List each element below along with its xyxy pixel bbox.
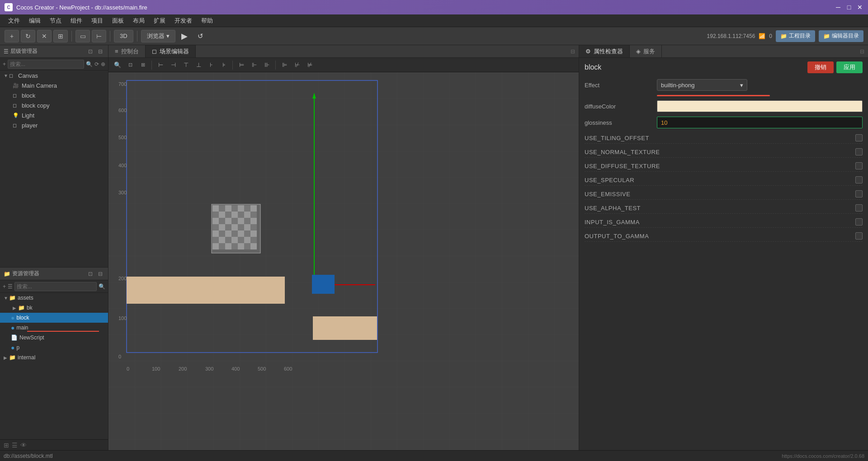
align-right-button[interactable]: ⊤ [180, 60, 191, 71]
browser-button[interactable]: 浏览器 ▾ [141, 30, 175, 42]
scene-viewport[interactable]: 使用鼠标右键平移视窗焦点，使用滚轮缩放视图 [108, 72, 579, 450]
tab-console[interactable]: ≡ 控制台 [108, 45, 146, 57]
zoom-in-button[interactable]: ⊞ [137, 60, 148, 71]
scale-tool-button[interactable]: ⊞ [53, 30, 68, 42]
tree-item-main-camera[interactable]: 🎥 Main Camera [0, 80, 108, 90]
project-dir-button[interactable]: 📁 工程目录 [776, 30, 815, 42]
list-icon[interactable]: ☰ [12, 442, 18, 449]
internal-label: internal [18, 354, 35, 361]
tree-item-block[interactable]: ◻ block [0, 90, 108, 100]
transform-button-2[interactable]: ⊢ [92, 30, 106, 42]
tab-properties[interactable]: ⚙ 属性检查器 [579, 45, 630, 57]
scene-extra-1[interactable]: ⊫ [279, 60, 290, 71]
asset-item-block[interactable]: ● block [0, 313, 108, 323]
tree-item-canvas[interactable]: ▼ ◻ Canvas [0, 71, 108, 80]
assets-action-1[interactable]: ⊡ [86, 270, 94, 278]
assets-search-icon[interactable]: 🔍 [99, 283, 105, 290]
checkbox-use_tiling_offset[interactable] [855, 134, 863, 141]
menu-item-文件[interactable]: 文件 [4, 15, 24, 27]
minimize-button[interactable]: ─ [835, 4, 842, 11]
tab-close-icon[interactable]: ⊟ [571, 48, 575, 55]
hierarchy-search-input[interactable] [8, 60, 84, 69]
checkbox-use_diffuse_texture[interactable] [855, 162, 863, 169]
hierarchy-title: ☰ 层级管理器 [4, 47, 84, 55]
tab-scene[interactable]: ◻ 场景编辑器 [146, 45, 196, 57]
add-node-icon[interactable]: + [3, 61, 6, 67]
align-left-button[interactable]: ⊢ [155, 60, 166, 71]
svg-rect-12 [219, 205, 225, 212]
align-middle-button[interactable]: ⊦ [206, 60, 217, 71]
hierarchy-action-1[interactable]: ⊡ [86, 47, 94, 56]
camera-icon: 🎥 [13, 83, 20, 89]
menu-item-组件[interactable]: 组件 [66, 15, 87, 27]
maximize-button[interactable]: □ [845, 4, 853, 11]
assets-sort-icon[interactable]: ☰ [8, 283, 13, 290]
svg-rect-14 [231, 205, 238, 212]
transform-button-1[interactable]: ▭ [75, 30, 90, 42]
right-tab-actions: ⊟ [860, 45, 868, 57]
asset-item-bk[interactable]: ▶ 📁 bk [0, 303, 108, 313]
menu-item-编辑[interactable]: 编辑 [24, 15, 45, 27]
zoom-out-button[interactable]: 🔍 [112, 60, 123, 71]
grid-icon[interactable]: ⊞ [4, 442, 9, 449]
tab-services[interactable]: ◈ 服务 [630, 45, 662, 57]
svg-rect-22 [238, 212, 244, 218]
mode-3d-button[interactable]: 3D [114, 30, 133, 42]
asset-item-main[interactable]: ● main [0, 323, 108, 333]
distribute-v-button[interactable]: ⊩ [249, 60, 259, 71]
menu-item-布局[interactable]: 布局 [128, 15, 149, 27]
asset-item-p[interactable]: ● p [0, 343, 108, 353]
main-layout: ☰ 层级管理器 ⊡ ⊟ + 🔍 ⟳ ⊕ ▼ ◻ Canvas [0, 45, 868, 450]
assets-search-input[interactable] [14, 282, 97, 291]
menu-item-面板[interactable]: 面板 [108, 15, 128, 27]
checkbox-output_to_gamma[interactable] [855, 232, 863, 240]
asset-item-internal[interactable]: ▶ 📁 internal [0, 353, 108, 362]
add-button[interactable]: + [5, 30, 19, 42]
tree-item-block-copy[interactable]: ◻ block copy [0, 100, 108, 110]
menubar: 文件编辑节点组件项目面板布局扩展开发者帮助 [0, 14, 868, 27]
zoom-fit-button[interactable]: ⊡ [125, 60, 136, 71]
close-button[interactable]: ✕ [856, 4, 863, 11]
glossiness-input[interactable] [657, 117, 863, 128]
hierarchy-settings-icon[interactable]: ⊕ [101, 61, 105, 67]
effect-select[interactable]: builtin-phong ▾ [657, 79, 747, 91]
checkbox-use_emissive[interactable] [855, 190, 863, 198]
refresh-button[interactable]: ↻ [21, 30, 35, 42]
assets-add-icon[interactable]: + [3, 283, 6, 290]
asset-item-newscript[interactable]: 📄 NewScript [0, 333, 108, 343]
asset-item-assets[interactable]: ▼ 📁 assets [0, 293, 108, 303]
menu-item-开发者[interactable]: 开发者 [170, 15, 197, 27]
apply-button[interactable]: 应用 [836, 61, 863, 73]
scene-extra-2[interactable]: ⊬ [292, 60, 302, 71]
search-icon[interactable]: 🔍 [86, 61, 93, 67]
eye-icon[interactable]: 👁 [20, 442, 27, 449]
tree-item-player[interactable]: ◻ player [0, 120, 108, 130]
editor-dir-button[interactable]: 📁 编辑器目录 [819, 30, 863, 42]
menu-item-项目[interactable]: 项目 [87, 15, 108, 27]
diffuse-color-swatch[interactable] [657, 100, 863, 112]
distribute-h-button[interactable]: ⊨ [236, 60, 247, 71]
hierarchy-action-2[interactable]: ⊟ [96, 47, 104, 56]
tree-item-light[interactable]: 💡 Light [0, 110, 108, 120]
menu-item-帮助[interactable]: 帮助 [197, 15, 217, 27]
diffuse-color-value[interactable] [657, 100, 863, 112]
scene-extra-3[interactable]: ⊭ [304, 60, 315, 71]
inspector-collapse-icon[interactable]: ⊟ [860, 48, 864, 55]
bottom-icons: ⊞ ☰ 👁 [4, 442, 27, 449]
checkbox-use_alpha_test[interactable] [855, 204, 863, 212]
align-center-button[interactable]: ⊣ [168, 60, 179, 71]
menu-item-扩展[interactable]: 扩展 [149, 15, 170, 27]
checkbox-input_is_gamma[interactable] [855, 218, 863, 226]
cancel-button[interactable]: 撤销 [807, 61, 834, 73]
play-button[interactable]: ▶ [177, 30, 192, 42]
align-bottom-button[interactable]: ⊧ [218, 60, 229, 71]
assets-action-2[interactable]: ⊟ [96, 270, 104, 278]
move-tool-button[interactable]: ✕ [37, 30, 52, 42]
hierarchy-filter-icon[interactable]: ⟳ [94, 61, 99, 67]
distribute-spacing-button[interactable]: ⊪ [261, 60, 272, 71]
reload-button[interactable]: ↺ [193, 30, 208, 42]
checkbox-use_specular[interactable] [855, 176, 863, 183]
align-top-button[interactable]: ⊥ [193, 60, 204, 71]
menu-item-节点[interactable]: 节点 [45, 15, 66, 27]
checkbox-use_normal_texture[interactable] [855, 148, 863, 155]
